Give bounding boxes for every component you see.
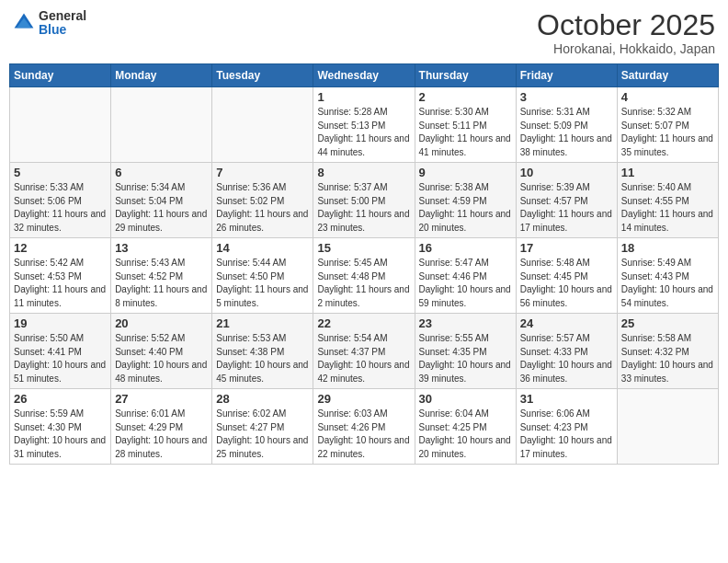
day-info: Sunrise: 5:52 AM Sunset: 4:40 PM Dayligh… — [115, 332, 208, 385]
day-info: Sunrise: 5:58 AM Sunset: 4:32 PM Dayligh… — [621, 332, 714, 385]
day-info: Sunrise: 5:42 AM Sunset: 4:53 PM Dayligh… — [14, 257, 107, 310]
day-number: 2 — [419, 90, 512, 104]
day-info: Sunrise: 5:34 AM Sunset: 5:04 PM Dayligh… — [115, 181, 208, 235]
weekday-header-wednesday: Wednesday — [313, 64, 415, 87]
day-number: 11 — [621, 166, 714, 179]
day-number: 4 — [621, 90, 714, 104]
calendar-cell: 25Sunrise: 5:58 AM Sunset: 4:32 PM Dayli… — [617, 314, 718, 389]
logo-text: General Blue — [39, 9, 86, 38]
calendar-cell: 14Sunrise: 5:44 AM Sunset: 4:50 PM Dayli… — [212, 238, 313, 314]
title-block: October 2025 Horokanai, Hokkaido, Japan — [537, 9, 715, 56]
day-info: Sunrise: 5:39 AM Sunset: 4:57 PM Dayligh… — [520, 181, 613, 235]
day-info: Sunrise: 5:48 AM Sunset: 4:45 PM Dayligh… — [520, 257, 613, 310]
day-info: Sunrise: 5:57 AM Sunset: 4:33 PM Dayligh… — [520, 332, 613, 385]
day-number: 29 — [317, 392, 410, 406]
weekday-header-thursday: Thursday — [415, 64, 516, 87]
calendar-week-3: 12Sunrise: 5:42 AM Sunset: 4:53 PM Dayli… — [10, 238, 719, 314]
day-info: Sunrise: 5:30 AM Sunset: 5:11 PM Dayligh… — [419, 106, 512, 159]
day-number: 5 — [14, 166, 107, 179]
day-number: 19 — [14, 316, 107, 330]
calendar-cell: 19Sunrise: 5:50 AM Sunset: 4:41 PM Dayli… — [10, 314, 111, 389]
calendar-cell: 24Sunrise: 5:57 AM Sunset: 4:33 PM Dayli… — [516, 314, 617, 389]
calendar-week-2: 5Sunrise: 5:33 AM Sunset: 5:06 PM Daylig… — [10, 163, 719, 238]
logo-general-text: General — [39, 9, 86, 23]
calendar-cell: 20Sunrise: 5:52 AM Sunset: 4:40 PM Dayli… — [111, 314, 212, 389]
day-number: 15 — [317, 241, 410, 255]
calendar-cell: 1Sunrise: 5:28 AM Sunset: 5:13 PM Daylig… — [313, 87, 415, 163]
calendar-cell: 26Sunrise: 5:59 AM Sunset: 4:30 PM Dayli… — [10, 389, 111, 465]
calendar-cell: 21Sunrise: 5:53 AM Sunset: 4:38 PM Dayli… — [212, 314, 313, 389]
day-info: Sunrise: 5:38 AM Sunset: 4:59 PM Dayligh… — [419, 181, 512, 235]
calendar-cell: 2Sunrise: 5:30 AM Sunset: 5:11 PM Daylig… — [415, 87, 516, 163]
day-number: 1 — [317, 90, 410, 104]
day-number: 31 — [520, 392, 613, 406]
calendar-cell: 8Sunrise: 5:37 AM Sunset: 5:00 PM Daylig… — [313, 163, 415, 238]
calendar-cell — [111, 87, 212, 163]
day-info: Sunrise: 5:53 AM Sunset: 4:38 PM Dayligh… — [216, 332, 309, 385]
day-info: Sunrise: 5:55 AM Sunset: 4:35 PM Dayligh… — [419, 332, 512, 385]
day-info: Sunrise: 5:50 AM Sunset: 4:41 PM Dayligh… — [14, 332, 107, 385]
weekday-header-monday: Monday — [111, 64, 212, 87]
calendar-table: SundayMondayTuesdayWednesdayThursdayFrid… — [9, 63, 719, 465]
day-info: Sunrise: 5:54 AM Sunset: 4:37 PM Dayligh… — [317, 332, 410, 385]
day-number: 25 — [621, 316, 714, 330]
day-number: 9 — [419, 166, 512, 179]
day-number: 20 — [115, 316, 208, 330]
day-number: 26 — [14, 392, 107, 406]
location: Horokanai, Hokkaido, Japan — [537, 41, 715, 56]
calendar-cell: 3Sunrise: 5:31 AM Sunset: 5:09 PM Daylig… — [516, 87, 617, 163]
day-number: 8 — [317, 166, 410, 179]
day-info: Sunrise: 5:49 AM Sunset: 4:43 PM Dayligh… — [621, 257, 714, 310]
calendar-week-5: 26Sunrise: 5:59 AM Sunset: 4:30 PM Dayli… — [10, 389, 719, 465]
calendar-cell: 6Sunrise: 5:34 AM Sunset: 5:04 PM Daylig… — [111, 163, 212, 238]
day-number: 23 — [419, 316, 512, 330]
day-info: Sunrise: 5:32 AM Sunset: 5:07 PM Dayligh… — [621, 106, 714, 159]
day-info: Sunrise: 6:04 AM Sunset: 4:25 PM Dayligh… — [419, 408, 512, 461]
calendar-cell — [10, 87, 111, 163]
day-number: 7 — [216, 166, 309, 179]
day-info: Sunrise: 6:06 AM Sunset: 4:23 PM Dayligh… — [520, 408, 613, 461]
day-info: Sunrise: 6:01 AM Sunset: 4:29 PM Dayligh… — [115, 408, 208, 461]
day-info: Sunrise: 5:43 AM Sunset: 4:52 PM Dayligh… — [115, 257, 208, 310]
calendar-cell: 18Sunrise: 5:49 AM Sunset: 4:43 PM Dayli… — [617, 238, 718, 314]
day-number: 17 — [520, 241, 613, 255]
day-number: 28 — [216, 392, 309, 406]
calendar-week-4: 19Sunrise: 5:50 AM Sunset: 4:41 PM Dayli… — [10, 314, 719, 389]
day-number: 16 — [419, 241, 512, 255]
calendar-cell — [212, 87, 313, 163]
weekday-header-row: SundayMondayTuesdayWednesdayThursdayFrid… — [10, 64, 719, 87]
calendar-cell: 11Sunrise: 5:40 AM Sunset: 4:55 PM Dayli… — [617, 163, 718, 238]
day-number: 12 — [14, 241, 107, 255]
day-number: 10 — [520, 166, 613, 179]
calendar-cell: 16Sunrise: 5:47 AM Sunset: 4:46 PM Dayli… — [415, 238, 516, 314]
calendar-cell: 31Sunrise: 6:06 AM Sunset: 4:23 PM Dayli… — [516, 389, 617, 465]
day-number: 21 — [216, 316, 309, 330]
calendar-cell: 5Sunrise: 5:33 AM Sunset: 5:06 PM Daylig… — [10, 163, 111, 238]
day-number: 22 — [317, 316, 410, 330]
day-number: 27 — [115, 392, 208, 406]
day-info: Sunrise: 5:44 AM Sunset: 4:50 PM Dayligh… — [216, 257, 309, 310]
weekday-header-sunday: Sunday — [10, 64, 111, 87]
calendar-cell: 30Sunrise: 6:04 AM Sunset: 4:25 PM Dayli… — [415, 389, 516, 465]
day-info: Sunrise: 5:45 AM Sunset: 4:48 PM Dayligh… — [317, 257, 410, 310]
day-info: Sunrise: 5:28 AM Sunset: 5:13 PM Dayligh… — [317, 106, 410, 159]
calendar-cell — [617, 389, 718, 465]
day-info: Sunrise: 5:31 AM Sunset: 5:09 PM Dayligh… — [520, 106, 613, 159]
day-info: Sunrise: 5:36 AM Sunset: 5:02 PM Dayligh… — [216, 181, 309, 235]
calendar-cell: 13Sunrise: 5:43 AM Sunset: 4:52 PM Dayli… — [111, 238, 212, 314]
calendar-cell: 28Sunrise: 6:02 AM Sunset: 4:27 PM Dayli… — [212, 389, 313, 465]
day-info: Sunrise: 5:59 AM Sunset: 4:30 PM Dayligh… — [14, 408, 107, 461]
day-info: Sunrise: 5:40 AM Sunset: 4:55 PM Dayligh… — [621, 181, 714, 235]
calendar-cell: 10Sunrise: 5:39 AM Sunset: 4:57 PM Dayli… — [516, 163, 617, 238]
calendar-cell: 17Sunrise: 5:48 AM Sunset: 4:45 PM Dayli… — [516, 238, 617, 314]
calendar-cell: 4Sunrise: 5:32 AM Sunset: 5:07 PM Daylig… — [617, 87, 718, 163]
day-info: Sunrise: 5:47 AM Sunset: 4:46 PM Dayligh… — [419, 257, 512, 310]
day-info: Sunrise: 6:02 AM Sunset: 4:27 PM Dayligh… — [216, 408, 309, 461]
day-number: 18 — [621, 241, 714, 255]
calendar-cell: 29Sunrise: 6:03 AM Sunset: 4:26 PM Dayli… — [313, 389, 415, 465]
calendar-cell: 27Sunrise: 6:01 AM Sunset: 4:29 PM Dayli… — [111, 389, 212, 465]
page-header: General Blue October 2025 Horokanai, Hok… — [9, 9, 719, 56]
calendar-cell: 22Sunrise: 5:54 AM Sunset: 4:37 PM Dayli… — [313, 314, 415, 389]
weekday-header-tuesday: Tuesday — [212, 64, 313, 87]
day-info: Sunrise: 6:03 AM Sunset: 4:26 PM Dayligh… — [317, 408, 410, 461]
